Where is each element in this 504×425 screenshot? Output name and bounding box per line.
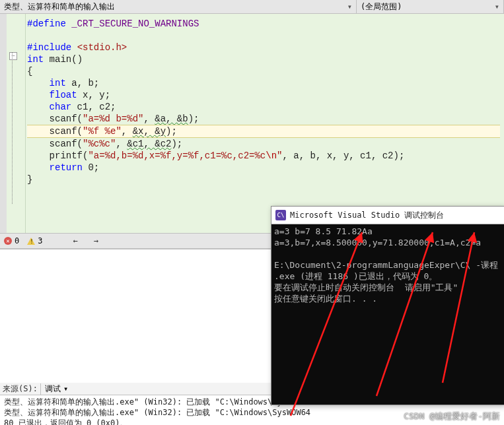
nav-next-button[interactable]: → xyxy=(90,236,102,245)
warning-count[interactable]: 3 xyxy=(27,236,42,245)
console-titlebar[interactable]: C\ Microsoft Visual Studio 调试控制台 xyxy=(271,207,504,224)
code-pane[interactable]: #define _CRT_SECURE_NO_WARNINGS #include… xyxy=(26,14,504,233)
chevron-down-icon: ▾ xyxy=(347,2,352,11)
output-source-dropdown[interactable]: 调试 ▾ xyxy=(40,383,72,395)
screenshot-root: { "topbar": { "left_label": "类型、运算符和简单的输… xyxy=(0,0,504,425)
warning-icon xyxy=(27,238,35,245)
nav-scope-left-label: 类型、运算符和简单的输入输出 xyxy=(4,1,115,13)
nav-scope-left[interactable]: 类型、运算符和简单的输入输出 ▾ xyxy=(0,0,357,13)
error-count[interactable]: ✕ 0 xyxy=(4,236,19,245)
chevron-down-icon: ▾ xyxy=(495,2,499,11)
error-icon: ✕ xyxy=(4,237,12,245)
warning-count-value: 3 xyxy=(38,236,42,245)
editor-margin: – xyxy=(7,14,26,233)
output-source-value: 调试 xyxy=(45,383,61,395)
chevron-down-icon: ▾ xyxy=(63,384,68,393)
nav-scope-mid-label: (全局范围) xyxy=(361,1,402,13)
watermark: CSDN @编程爱好者-阿新 xyxy=(404,410,500,422)
debug-console-window[interactable]: C\ Microsoft Visual Studio 调试控制台 a=3 b=7… xyxy=(271,206,504,405)
nav-scope-mid[interactable]: (全局范围) ▾ xyxy=(357,0,504,13)
editor-left-gutter xyxy=(0,14,7,233)
navigation-bar: 类型、运算符和简单的输入输出 ▾ (全局范围) ▾ xyxy=(0,0,504,14)
output-source-label: 来源(S): xyxy=(0,383,40,395)
nav-prev-button[interactable]: ← xyxy=(69,236,81,245)
outline-bracket xyxy=(12,52,19,204)
console-app-icon: C\ xyxy=(275,210,286,220)
error-count-value: 0 xyxy=(15,236,19,245)
console-body: a=3 b=7 8.5 71.82Aa a=3,b=7,x=8.500000,y… xyxy=(271,224,504,405)
code-editor[interactable]: – #define _CRT_SECURE_NO_WARNINGS #inclu… xyxy=(0,14,504,233)
code-text: #define _CRT_SECURE_NO_WARNINGS #include… xyxy=(27,18,500,185)
console-title: Microsoft Visual Studio 调试控制台 xyxy=(290,210,444,221)
